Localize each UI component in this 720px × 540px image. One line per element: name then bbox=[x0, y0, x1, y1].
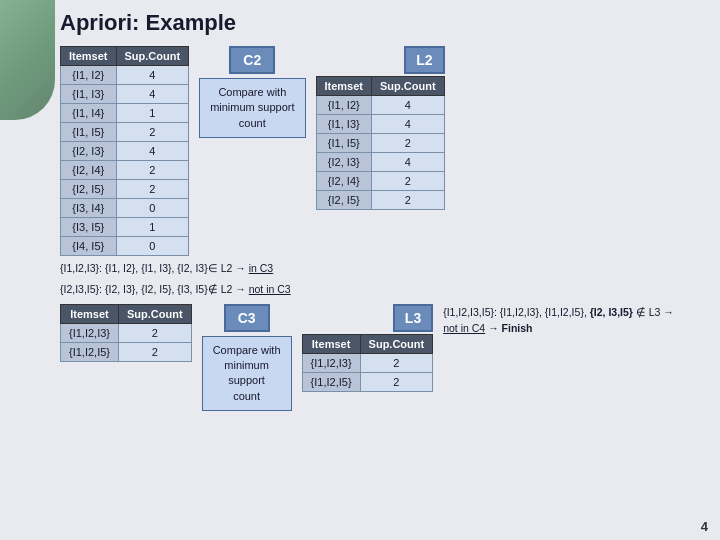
middle-section: C2 Compare with minimum support count bbox=[199, 46, 305, 138]
compare-box: Compare with minimum support count bbox=[199, 78, 305, 138]
left-table-cell: 0 bbox=[116, 199, 189, 218]
left-table-cell: 0 bbox=[116, 237, 189, 256]
arrow-text-section: {I1,I2,I3}: {I1, I2}, {I1, I3}, {I2, I3}… bbox=[60, 260, 710, 298]
table-row: {I1, I2}4 bbox=[61, 66, 189, 85]
arrow-line2-prefix: {I2,I3,I5}: {I2, I3}, {I2, I5}, {I3, I5} bbox=[60, 283, 208, 295]
table-row: {I2, I4}2 bbox=[316, 172, 444, 191]
left-table-cell: 2 bbox=[116, 161, 189, 180]
bottom-right-cell: {I1,I2,I5} bbox=[302, 372, 360, 391]
right-top-cell: 4 bbox=[372, 115, 445, 134]
c3-middle-section: C3 Compare with minimum support count bbox=[202, 304, 292, 412]
table-row: {I1,I2,I3}2 bbox=[302, 353, 433, 372]
arrow-line1-prefix: {I1,I2,I3}: {I1, I2}, {I1, I3}, {I2, I3} bbox=[60, 262, 208, 274]
left-table-cell: 2 bbox=[116, 180, 189, 199]
bottom-right-cell: {I1,I2,I3} bbox=[302, 353, 360, 372]
left-table-cell: {I3, I4} bbox=[61, 199, 117, 218]
table-row: {I2, I5}2 bbox=[61, 180, 189, 199]
right-top-cell: {I2, I5} bbox=[316, 191, 372, 210]
left-table-cell: 1 bbox=[116, 104, 189, 123]
c3-compare-text-3: count bbox=[233, 390, 260, 402]
table-row: {I1,I2,I5}2 bbox=[61, 342, 192, 361]
compare-text-3: count bbox=[239, 117, 266, 129]
left-table-cell: {I1, I4} bbox=[61, 104, 117, 123]
table-row: {I2, I5}2 bbox=[316, 191, 444, 210]
bottom-text-line2: not in C4 → Finish bbox=[443, 320, 710, 337]
table-row: {I1, I3}4 bbox=[61, 85, 189, 104]
right-top-cell: {I2, I3} bbox=[316, 153, 372, 172]
c3-compare-text-2: minimum support bbox=[224, 359, 269, 386]
table-row: {I3, I4}0 bbox=[61, 199, 189, 218]
bottom-line1-suffix: ∉ L3 → bbox=[633, 306, 674, 318]
decorative-leaf bbox=[0, 0, 55, 120]
l2-label: L2 bbox=[404, 46, 444, 74]
arrow-line2-epsilon: ∉ bbox=[208, 283, 218, 295]
arrow-line-1: {I1,I2,I3}: {I1, I2}, {I1, I3}, {I2, I3}… bbox=[60, 260, 710, 277]
table-row: {I1,I2,I5}2 bbox=[302, 372, 433, 391]
bottom-right-cell: 2 bbox=[360, 372, 433, 391]
compare-text-2: minimum support bbox=[210, 101, 294, 113]
left-header-supcount: Sup.Count bbox=[116, 47, 189, 66]
left-table-cell: {I3, I5} bbox=[61, 218, 117, 237]
arrow-line1-in: in C3 bbox=[249, 262, 274, 274]
right-top-cell: {I2, I4} bbox=[316, 172, 372, 191]
left-table-cell: {I1, I5} bbox=[61, 123, 117, 142]
left-header-itemset: Itemset bbox=[61, 47, 117, 66]
right-top-cell: 2 bbox=[372, 172, 445, 191]
left-table-cell: 4 bbox=[116, 142, 189, 161]
left-table-cell: 1 bbox=[116, 218, 189, 237]
bottom-left-cell: {I1,I2,I3} bbox=[61, 323, 119, 342]
compare-text-1: Compare with bbox=[218, 86, 286, 98]
right-bottom-header-supcount: Sup.Count bbox=[360, 334, 433, 353]
c2-left-table: Itemset Sup.Count {I1, I2}4{I1, I3}4{I1,… bbox=[60, 46, 189, 256]
left-table-cell: {I2, I3} bbox=[61, 142, 117, 161]
c3-compare-box: Compare with minimum support count bbox=[202, 336, 292, 412]
right-bottom-header-itemset: Itemset bbox=[302, 334, 360, 353]
right-top-cell: 4 bbox=[372, 153, 445, 172]
left-table-cell: {I4, I5} bbox=[61, 237, 117, 256]
table-row: {I2, I3}4 bbox=[316, 153, 444, 172]
c3-label: C3 bbox=[224, 304, 270, 332]
not-in-c4: not in C4 bbox=[443, 322, 485, 334]
right-top-cell: 2 bbox=[372, 134, 445, 153]
arrow-line-2: {I2,I3,I5}: {I2, I3}, {I2, I5}, {I3, I5}… bbox=[60, 281, 710, 298]
left-table-cell: {I2, I4} bbox=[61, 161, 117, 180]
right-top-header-supcount: Sup.Count bbox=[372, 77, 445, 96]
bottom-left-header-supcount: Sup.Count bbox=[118, 304, 191, 323]
left-table-cell: {I2, I5} bbox=[61, 180, 117, 199]
table-row: {I1,I2,I3}2 bbox=[61, 323, 192, 342]
left-table-cell: {I1, I3} bbox=[61, 85, 117, 104]
right-top-cell: {I1, I5} bbox=[316, 134, 372, 153]
bottom-right-cell: 2 bbox=[360, 353, 433, 372]
left-table-cell: {I1, I2} bbox=[61, 66, 117, 85]
page-number: 4 bbox=[701, 519, 708, 534]
table-row: {I1, I5}2 bbox=[61, 123, 189, 142]
bottom-line1-content: {I1,I2,I3,I5}: {I1,I2,I3}, {I1,I2,I5}, bbox=[443, 306, 590, 318]
bottom-text-line1: {I1,I2,I3,I5}: {I1,I2,I3}, {I1,I2,I5}, {… bbox=[443, 304, 710, 321]
l3-table-group: L3 Itemset Sup.Count {I1,I2,I3}2{I1,I2,I… bbox=[302, 304, 434, 392]
bottom-section: Itemset Sup.Count {I1,I2,I3}2{I1,I2,I5}2… bbox=[60, 304, 710, 412]
bottom-left-cell: 2 bbox=[118, 342, 191, 361]
table-row: {I1, I2}4 bbox=[316, 96, 444, 115]
right-top-header-itemset: Itemset bbox=[316, 77, 372, 96]
arrow-line2-notin: not in C3 bbox=[249, 283, 291, 295]
right-top-cell: {I1, I2} bbox=[316, 96, 372, 115]
table-row: {I2, I3}4 bbox=[61, 142, 189, 161]
right-top-cell: 4 bbox=[372, 96, 445, 115]
c3-compare-text-1: Compare with bbox=[213, 344, 281, 356]
l3-label: L3 bbox=[393, 304, 433, 332]
bottom-left-cell: 2 bbox=[118, 323, 191, 342]
bottom-text-section: {I1,I2,I3,I5}: {I1,I2,I3}, {I1,I2,I5}, {… bbox=[443, 304, 710, 338]
bottom-left-header-itemset: Itemset bbox=[61, 304, 119, 323]
c2-label: C2 bbox=[229, 46, 275, 74]
c2-left-table-group: Itemset Sup.Count {I1, I2}4{I1, I3}4{I1,… bbox=[60, 46, 189, 256]
l2-right-table: Itemset Sup.Count {I1, I2}4{I1, I3}4{I1,… bbox=[316, 76, 445, 210]
table-row: {I4, I5}0 bbox=[61, 237, 189, 256]
content-area: Apriori: Example Itemset Sup.Count {I1, … bbox=[60, 10, 710, 411]
finish-text: Finish bbox=[502, 322, 533, 334]
table-row: {I1, I4}1 bbox=[61, 104, 189, 123]
main-layout: Itemset Sup.Count {I1, I2}4{I1, I3}4{I1,… bbox=[60, 46, 710, 256]
bottom-left-cell: {I1,I2,I5} bbox=[61, 342, 119, 361]
table-row: {I1, I3}4 bbox=[316, 115, 444, 134]
l3-right-table: Itemset Sup.Count {I1,I2,I3}2{I1,I2,I5}2 bbox=[302, 334, 434, 392]
left-table-cell: 4 bbox=[116, 85, 189, 104]
